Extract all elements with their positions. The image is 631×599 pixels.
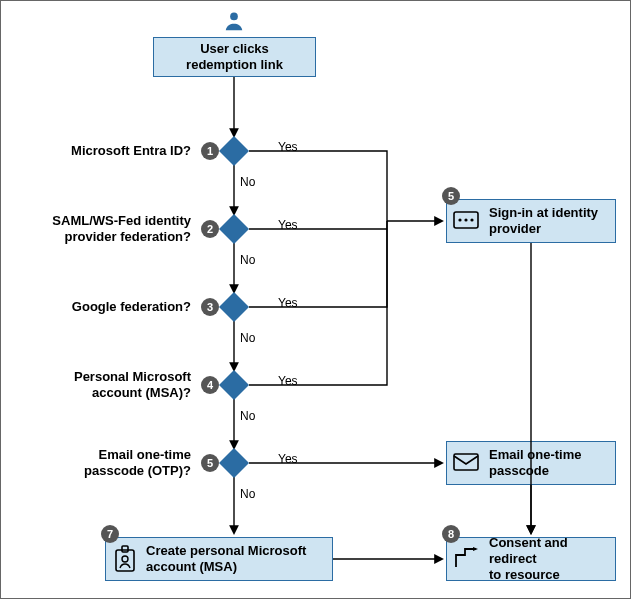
start-box: User clicks redemption link (153, 37, 316, 77)
no-1: No (240, 175, 255, 189)
decision-5-label: Email one-time passcode (OTP)? (23, 447, 191, 480)
badge-icon (113, 545, 137, 573)
step-badge-4: 4 (201, 376, 219, 394)
user-icon (222, 9, 246, 33)
decision-2-label: SAML/WS-Fed identity provider federation… (23, 213, 191, 246)
no-4: No (240, 409, 255, 423)
decision-1-label: Microsoft Entra ID? (23, 143, 191, 159)
svg-point-4 (470, 218, 473, 221)
svg-point-8 (122, 556, 128, 562)
envelope-icon (453, 452, 479, 472)
yes-3: Yes (278, 296, 298, 310)
redirect-icon (453, 547, 479, 569)
step-badge-2: 2 (201, 220, 219, 238)
yes-4: Yes (278, 374, 298, 388)
step-badge-3: 3 (201, 298, 219, 316)
svg-rect-7 (122, 546, 128, 552)
step-badge-create: 7 (101, 525, 119, 543)
decision-3-label: Google federation? (23, 299, 191, 315)
decision-4-label: Personal Microsoft account (MSA)? (23, 369, 191, 402)
create-msa-box: Create personal Microsoft account (MSA) (105, 537, 333, 581)
password-icon (453, 209, 479, 231)
no-3: No (240, 331, 255, 345)
svg-point-2 (458, 218, 461, 221)
yes-5: Yes (278, 452, 298, 466)
step-badge-5: 5 (201, 454, 219, 472)
flowchart-canvas: User clicks redemption link Microsoft En… (0, 0, 631, 599)
yes-1: Yes (278, 140, 298, 154)
svg-point-3 (464, 218, 467, 221)
no-5: No (240, 487, 255, 501)
svg-point-0 (230, 13, 238, 21)
step-badge-consent: 8 (442, 525, 460, 543)
step-badge-1: 1 (201, 142, 219, 160)
yes-2: Yes (278, 218, 298, 232)
svg-rect-6 (116, 550, 134, 571)
svg-rect-5 (454, 454, 478, 470)
no-2: No (240, 253, 255, 267)
step-badge-signin: 5 (442, 187, 460, 205)
